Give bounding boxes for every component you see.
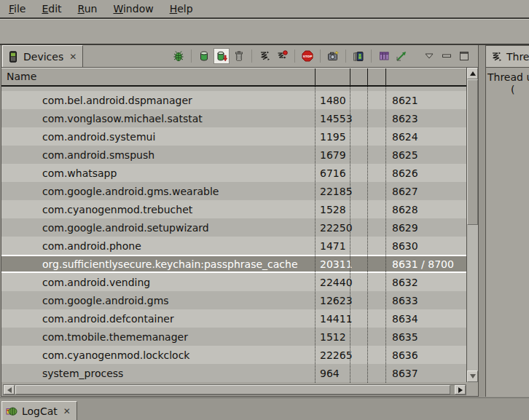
toolbar-separator — [320, 49, 321, 63]
device-screens-icon[interactable] — [350, 48, 367, 64]
tab-logcat[interactable]: LogCat ✕ — [1, 401, 77, 420]
table-row[interactable]: com.android.vending224408632 — [1, 273, 467, 291]
table-row-selected[interactable]: org.sufficientlysecure.keychain:passphra… — [1, 255, 467, 273]
sysinfo-chart-icon[interactable] — [393, 48, 410, 64]
menu-file[interactable]: File — [1, 1, 33, 16]
update-threads-icon[interactable] — [256, 48, 273, 64]
table-row[interactable]: com.google.android.gms126238633 — [1, 291, 467, 309]
process-port: 8631 / 8700 — [386, 258, 467, 270]
view-menu-icon[interactable] — [421, 48, 437, 64]
process-pid: 1528 — [316, 204, 350, 215]
menu-edit[interactable]: Edit — [34, 1, 68, 16]
process-name: com.google.android.setupwizard — [1, 222, 316, 234]
process-name: com.android.defcontainer — [1, 313, 316, 325]
process-name: com.google.android.gms — [1, 295, 316, 306]
table-header[interactable]: Name — [1, 68, 467, 87]
cause-gc-icon[interactable] — [231, 48, 247, 64]
toolbar-separator — [251, 49, 252, 63]
table-row[interactable]: com.android.smspush16798625 — [1, 146, 467, 164]
update-heap-icon[interactable] — [196, 48, 212, 64]
threads-tab-label: Threads — [506, 51, 529, 63]
devices-panel: Devices ✕ STOP Name com.bel.android.dspm… — [1, 45, 479, 397]
tab-threads[interactable]: Threads — [486, 46, 529, 68]
table-body: com.bel.android.dspmanager14808621com.vo… — [1, 87, 467, 383]
threads-message-line1: Thread up — [487, 71, 529, 84]
vertical-scrollbar[interactable] — [466, 68, 478, 382]
close-icon[interactable]: ✕ — [68, 52, 77, 62]
dump-hprof-icon[interactable] — [213, 48, 230, 64]
table-row[interactable]: com.android.systemui11958624 — [1, 127, 467, 146]
threads-message-line2: ( — [511, 84, 529, 96]
process-pid: 12623 — [316, 295, 350, 306]
process-name: system_process — [1, 368, 316, 379]
process-port: 8624 — [386, 131, 467, 143]
table-row[interactable]: com.google.android.gms.wearable221858627 — [1, 182, 467, 200]
table-row[interactable]: com.android.phone14718630 — [1, 237, 467, 255]
process-name: com.android.smspush — [1, 149, 316, 161]
column-header-name[interactable]: Name — [7, 71, 36, 82]
column-divider[interactable] — [315, 68, 316, 86]
process-pid: 6716 — [316, 167, 350, 179]
horizontal-scrollbar-thumb[interactable] — [15, 385, 450, 395]
menu-run[interactable]: Run — [71, 1, 105, 16]
process-port: 8627 — [386, 186, 467, 197]
minimize-icon[interactable] — [439, 48, 455, 64]
scroll-left-button[interactable] — [4, 385, 15, 395]
toolbar-separator — [345, 49, 346, 63]
process-port: 8637 — [386, 368, 467, 379]
process-name: com.android.vending — [1, 277, 316, 288]
table-row[interactable]: system_process9648637 — [1, 364, 467, 382]
process-port: 8632 — [386, 277, 467, 288]
devices-toolbar: STOP — [171, 45, 472, 67]
right-arrow-icon — [458, 387, 463, 393]
vertical-scrollbar-thumb[interactable] — [467, 79, 478, 225]
process-port: 8621 — [386, 95, 467, 106]
scroll-down-button[interactable] — [467, 371, 478, 382]
process-name: com.bel.android.dspmanager — [1, 95, 316, 106]
process-port: 8625 — [386, 149, 467, 161]
process-pid: 964 — [316, 368, 350, 379]
table-row[interactable]: com.cyanogenmod.trebuchet15288628 — [1, 200, 467, 218]
column-divider[interactable] — [350, 68, 350, 86]
process-pid: 22440 — [316, 277, 350, 288]
menu-help[interactable]: Help — [162, 1, 200, 16]
menu-window[interactable]: Window — [106, 1, 160, 16]
table-row[interactable]: com.cyanogenmod.lockclock222658636 — [1, 346, 467, 364]
column-gridline — [315, 87, 316, 383]
process-port: 8626 — [386, 167, 467, 179]
hierarchy-icon[interactable] — [376, 48, 392, 64]
process-port: 8635 — [386, 331, 467, 343]
maximize-icon[interactable] — [456, 48, 472, 64]
debug-attach-icon[interactable] — [171, 48, 187, 64]
close-icon[interactable]: ✕ — [62, 406, 71, 416]
process-name: com.cyanogenmod.trebuchet — [1, 204, 316, 215]
method-profiling-icon[interactable] — [274, 48, 290, 64]
scroll-up-button[interactable] — [467, 68, 478, 79]
table-row[interactable]: com.bel.android.dspmanager14808621 — [1, 91, 467, 109]
tab-devices[interactable]: Devices ✕ — [2, 45, 83, 67]
column-divider[interactable] — [385, 68, 386, 86]
process-name: com.android.phone — [1, 240, 316, 252]
process-port: 8634 — [386, 313, 467, 325]
scroll-right-button[interactable] — [455, 385, 466, 395]
table-row[interactable]: com.vonglasow.michael.satstat145538623 — [1, 109, 467, 127]
table-row[interactable]: com.android.defcontainer144118634 — [1, 309, 467, 328]
screen-capture-icon[interactable] — [325, 48, 341, 64]
process-pid: 20311 — [316, 258, 350, 270]
process-pid: 22185 — [316, 186, 350, 197]
main-toolbar-strip — [0, 19, 529, 45]
left-arrow-icon — [7, 387, 12, 393]
toolbar-separator — [191, 49, 192, 63]
process-name: com.tmobile.thememanager — [1, 331, 316, 343]
column-divider[interactable] — [367, 68, 368, 86]
table-row[interactable]: com.tmobile.thememanager15128635 — [1, 328, 467, 346]
menu-bar: FileEditRunWindowHelp — [0, 0, 529, 19]
devices-tab-row: Devices ✕ STOP — [1, 45, 478, 68]
horizontal-scrollbar[interactable] — [3, 384, 466, 395]
table-row[interactable]: com.google.android.setupwizard222508629 — [1, 218, 467, 237]
stop-process-icon[interactable]: STOP — [299, 48, 316, 64]
process-pid: 22265 — [316, 349, 350, 361]
table-row[interactable]: com.whatsapp67168626 — [1, 164, 467, 182]
process-pid: 1480 — [316, 95, 350, 106]
process-port: 8630 — [386, 240, 467, 252]
